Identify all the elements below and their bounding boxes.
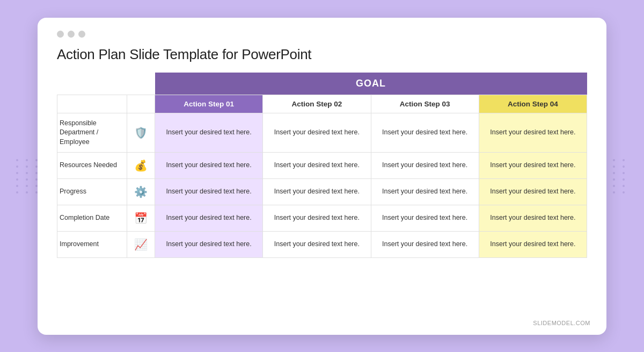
window-controls — [57, 31, 587, 38]
row-label-4: Improvement — [57, 232, 127, 258]
step-header-4: Action Step 04 — [479, 95, 587, 113]
goal-row: GOAL — [57, 73, 587, 95]
cell-r3-c2[interactable]: Insert your desired text here. — [371, 205, 479, 232]
cell-r2-c0[interactable]: Insert your desired text here. — [155, 179, 263, 205]
cell-r2-c2[interactable]: Insert your desired text here. — [371, 179, 479, 205]
cell-r4-c0[interactable]: Insert your desired text here. — [155, 232, 263, 258]
step-header-3: Action Step 03 — [371, 95, 479, 113]
cell-r0-c1[interactable]: Insert your desired text here. — [263, 113, 371, 153]
window-dot-2 — [68, 31, 75, 38]
cell-r4-c2[interactable]: Insert your desired text here. — [371, 232, 479, 258]
step-header-row: Action Step 01 Action Step 02 Action Ste… — [57, 95, 587, 113]
step-header-2: Action Step 02 — [263, 95, 371, 113]
shield-icon: 🛡️ — [127, 113, 155, 153]
page-title: Action Plan Slide Template for PowerPoin… — [57, 46, 587, 63]
cell-r0-c3[interactable]: Insert your desired text here. — [479, 113, 587, 153]
table-row: Completion Date📅Insert your desired text… — [57, 205, 587, 232]
row-label-3: Completion Date — [57, 205, 127, 232]
table-row: Improvement📈Insert your desired text her… — [57, 232, 587, 258]
step-header-1: Action Step 01 — [155, 95, 263, 113]
cell-r1-c1[interactable]: Insert your desired text here. — [263, 153, 371, 179]
window-dot-3 — [78, 31, 85, 38]
action-plan-table-wrapper: GOAL Action Step 01 Action Step 02 Actio… — [57, 73, 587, 258]
cell-r3-c3[interactable]: Insert your desired text here. — [479, 205, 587, 232]
branding: SLIDEMODEL.COM — [533, 320, 590, 326]
row-label-0: Responsible Department / Employee — [57, 113, 127, 153]
cell-r3-c1[interactable]: Insert your desired text here. — [263, 205, 371, 232]
row-label-1: Resources Needed — [57, 153, 127, 179]
goal-cell: GOAL — [155, 73, 587, 95]
resources-icon: 💰 — [127, 153, 155, 179]
cell-r2-c3[interactable]: Insert your desired text here. — [479, 179, 587, 205]
cell-r0-c2[interactable]: Insert your desired text here. — [371, 113, 479, 153]
table-body: Responsible Department / Employee🛡️Inser… — [57, 113, 587, 258]
cell-r4-c1[interactable]: Insert your desired text here. — [263, 232, 371, 258]
window-dot-1 — [57, 31, 64, 38]
cell-r0-c0[interactable]: Insert your desired text here. — [155, 113, 263, 153]
action-plan-table: GOAL Action Step 01 Action Step 02 Actio… — [57, 73, 587, 258]
row-label-2: Progress — [57, 179, 127, 205]
table-row: Progress⚙️Insert your desired text here.… — [57, 179, 587, 205]
table-row: Resources Needed💰Insert your desired tex… — [57, 153, 587, 179]
cell-r4-c3[interactable]: Insert your desired text here. — [479, 232, 587, 258]
browser-window: Action Plan Slide Template for PowerPoin… — [38, 18, 606, 335]
improvement-icon: 📈 — [127, 232, 155, 258]
cell-r1-c2[interactable]: Insert your desired text here. — [371, 153, 479, 179]
progress-icon: ⚙️ — [127, 179, 155, 205]
table-row: Responsible Department / Employee🛡️Inser… — [57, 113, 587, 153]
cell-r3-c0[interactable]: Insert your desired text here. — [155, 205, 263, 232]
cell-r1-c3[interactable]: Insert your desired text here. — [479, 153, 587, 179]
calendar-icon: 📅 — [127, 205, 155, 232]
cell-r1-c0[interactable]: Insert your desired text here. — [155, 153, 263, 179]
cell-r2-c1[interactable]: Insert your desired text here. — [263, 179, 371, 205]
